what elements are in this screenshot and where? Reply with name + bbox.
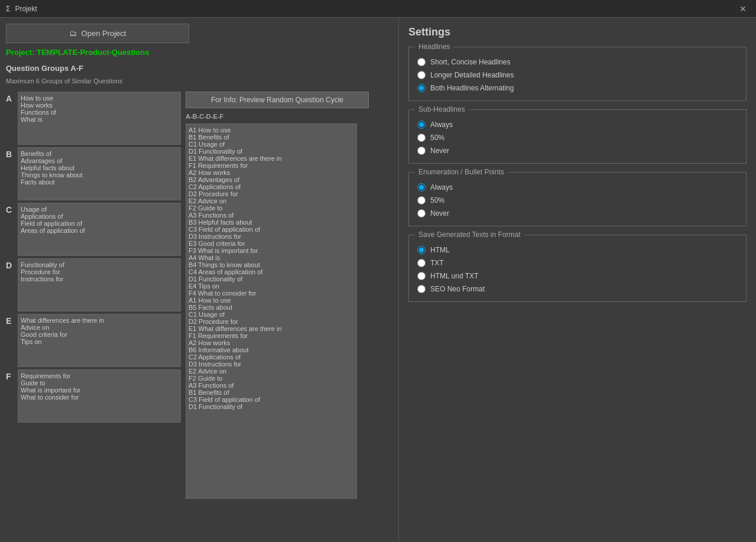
- app-title: Projekt: [15, 5, 37, 13]
- group-textarea-c[interactable]: Usage of Applications of Field of applic…: [18, 203, 181, 256]
- radio-option-sh3: Never: [417, 147, 738, 155]
- radio-option-en2: 50%: [417, 196, 738, 205]
- radio-option-sh2: 50%: [417, 134, 738, 142]
- radio-hl3[interactable]: [417, 84, 426, 92]
- enumeration-group-title: Enumeration / Bullet Points: [415, 168, 508, 176]
- radio-en3[interactable]: [417, 209, 426, 218]
- open-project-button[interactable]: 🗂 Open Project: [6, 24, 189, 43]
- group-textarea-a[interactable]: How to use How works Functions of What i…: [18, 92, 181, 145]
- group-label-f: F: [6, 372, 15, 381]
- cycle-textarea[interactable]: A1 How to use B1 Benefits of C1 Usage of…: [186, 124, 357, 499]
- radio-sf1[interactable]: [417, 246, 426, 254]
- radio-label-sh1: Always: [430, 121, 453, 129]
- radio-sh2[interactable]: [417, 134, 426, 142]
- group-textarea-f[interactable]: Requirements for Guide to What is import…: [18, 369, 181, 423]
- close-button[interactable]: ✕: [736, 3, 750, 15]
- radio-option-hl2: Longer Detailed Headlines: [417, 71, 738, 79]
- save-format-group-title: Save Generated Texts in Format: [415, 231, 524, 239]
- radio-label-en2: 50%: [430, 196, 444, 205]
- radio-option-sf3: HTML und TXT: [417, 272, 738, 280]
- subheadlines-group: Sub-Headlines Always 50% Never: [408, 109, 747, 164]
- group-row-c: C Usage of Applications of Field of appl…: [6, 203, 181, 256]
- main-content: 🗂 Open Project Project: TEMPLATE-Product…: [0, 18, 756, 542]
- subheadlines-group-title: Sub-Headlines: [415, 105, 469, 113]
- group-row-a: A How to use How works Functions of What…: [6, 92, 181, 145]
- right-panel: Settings Headlines Short, Concise Headli…: [399, 18, 756, 542]
- preview-button[interactable]: For Info: Preview Random Question Cycle: [186, 92, 369, 108]
- radio-sf4[interactable]: [417, 285, 426, 293]
- radio-label-en3: Never: [430, 209, 449, 218]
- left-panel: 🗂 Open Project Project: TEMPLATE-Product…: [0, 18, 399, 542]
- group-label-a: A: [6, 94, 15, 103]
- group-row-e: E What differences are there in Advice o…: [6, 314, 181, 367]
- group-row-b: B Benefits of Advantages of Helpful fact…: [6, 147, 181, 200]
- radio-option-en1: Always: [417, 183, 738, 192]
- radio-option-en3: Never: [417, 209, 738, 218]
- radio-label-hl1: Short, Concise Headlines: [430, 58, 510, 66]
- radio-option-sh1: Always: [417, 121, 738, 129]
- radio-label-sf3: HTML und TXT: [430, 272, 478, 280]
- headlines-group: Headlines Short, Concise Headlines Longe…: [408, 47, 747, 101]
- group-textarea-d[interactable]: Functionality of Procedure for Instructi…: [18, 258, 181, 311]
- radio-label-sf2: TXT: [430, 259, 444, 267]
- max-groups-label: Maximum 6 Groups of Similar Questions: [6, 77, 392, 85]
- group-label-c: C: [6, 205, 15, 215]
- group-textarea-e[interactable]: What differences are there in Advice on …: [18, 314, 181, 367]
- save-format-group: Save Generated Texts in Format HTML TXT …: [408, 235, 747, 302]
- radio-label-sf1: HTML: [430, 246, 450, 254]
- radio-hl1[interactable]: [417, 58, 426, 66]
- settings-title: Settings: [408, 26, 747, 38]
- radio-option-sf1: HTML: [417, 246, 738, 254]
- app-icon: Σ: [6, 5, 10, 13]
- radio-label-en1: Always: [430, 183, 453, 192]
- group-label-d: D: [6, 261, 15, 270]
- question-groups-header: Question Groups A-F: [6, 64, 392, 73]
- radio-sh3[interactable]: [417, 147, 426, 155]
- radio-label-hl3: Both Headlines Alternating: [430, 84, 514, 92]
- radio-label-sf4: SEO Neo Format: [430, 285, 485, 293]
- radio-option-sf4: SEO Neo Format: [417, 285, 738, 293]
- title-bar: Σ Projekt ✕: [0, 0, 756, 18]
- radio-option-sf2: TXT: [417, 259, 738, 267]
- open-project-icon: 🗂: [69, 29, 77, 38]
- group-label-e: E: [6, 316, 15, 326]
- headlines-group-title: Headlines: [415, 43, 453, 51]
- middle-column: For Info: Preview Random Question Cycle …: [186, 92, 369, 536]
- enumeration-group: Enumeration / Bullet Points Always 50% N…: [408, 172, 747, 226]
- radio-hl2[interactable]: [417, 71, 426, 79]
- group-row-d: D Functionality of Procedure for Instruc…: [6, 258, 181, 311]
- radio-sh1[interactable]: [417, 121, 426, 129]
- radio-label-sh3: Never: [430, 147, 449, 155]
- radio-label-hl2: Longer Detailed Headlines: [430, 71, 514, 79]
- project-name: Project: TEMPLATE-Product-Questions: [6, 48, 392, 57]
- group-list: A How to use How works Functions of What…: [6, 92, 181, 536]
- radio-en1[interactable]: [417, 183, 426, 192]
- radio-option-hl3: Both Headlines Alternating: [417, 84, 738, 92]
- radio-option-hl1: Short, Concise Headlines: [417, 58, 738, 66]
- radio-en2[interactable]: [417, 196, 426, 205]
- open-project-label: Open Project: [82, 29, 126, 38]
- left-main-area: A How to use How works Functions of What…: [6, 92, 392, 536]
- group-row-f: F Requirements for Guide to What is impo…: [6, 369, 181, 423]
- radio-sf3[interactable]: [417, 272, 426, 280]
- title-bar-left: Σ Projekt: [6, 5, 37, 13]
- radio-label-sh2: 50%: [430, 134, 444, 142]
- cycle-label: A-B-C-D-E-F: [186, 113, 369, 120]
- group-textarea-b[interactable]: Benefits of Advantages of Helpful facts …: [18, 147, 181, 200]
- radio-sf2[interactable]: [417, 259, 426, 267]
- group-label-b: B: [6, 150, 15, 159]
